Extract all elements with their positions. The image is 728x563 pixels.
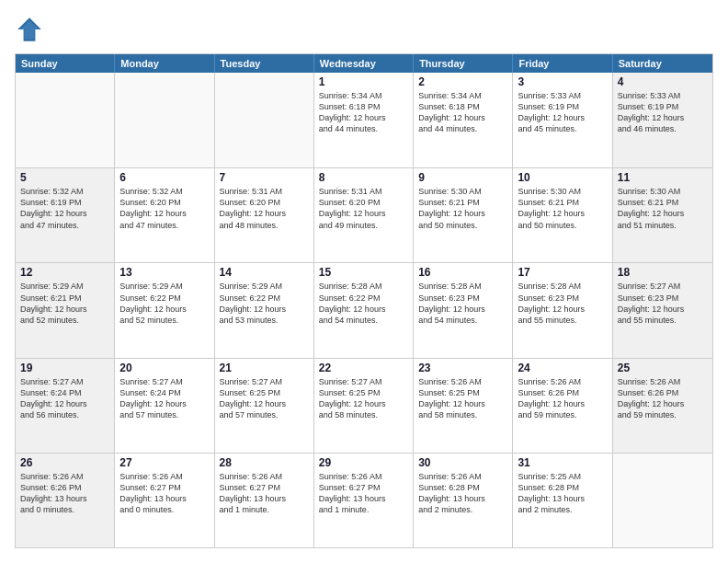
cell-info-line: Sunset: 6:18 PM (319, 101, 408, 112)
cell-info-line: Sunrise: 5:28 AM (418, 281, 507, 292)
cell-info-line: Sunset: 6:21 PM (20, 293, 109, 304)
day-cell: 9Sunrise: 5:30 AMSunset: 6:21 PMDaylight… (414, 168, 513, 262)
calendar-week: 12Sunrise: 5:29 AMSunset: 6:21 PMDayligh… (16, 262, 712, 357)
cell-info-line: Daylight: 13 hours (319, 493, 408, 504)
cell-info-line: and 50 minutes. (518, 220, 607, 231)
cell-info-line: Daylight: 12 hours (20, 304, 109, 315)
cell-info-line: and 2 minutes. (418, 504, 507, 515)
cell-info-line: Daylight: 12 hours (418, 208, 507, 219)
cell-info-line: Sunrise: 5:33 AM (518, 90, 607, 101)
cell-info-line: Sunset: 6:18 PM (418, 101, 507, 112)
empty-cell (16, 73, 115, 167)
weekday-header: Wednesday (314, 54, 414, 73)
cell-info-line: Daylight: 12 hours (319, 112, 408, 123)
weekday-header: Friday (513, 54, 612, 73)
cell-info-line: Sunrise: 5:29 AM (119, 281, 209, 292)
day-cell: 28Sunrise: 5:26 AMSunset: 6:27 PMDayligh… (215, 454, 314, 547)
cell-info-line: Sunset: 6:20 PM (319, 197, 408, 208)
cell-info-line: and 56 minutes. (20, 409, 109, 420)
cell-info-line: Sunrise: 5:27 AM (220, 376, 309, 387)
cell-info-line: Sunset: 6:28 PM (518, 482, 607, 493)
day-number: 1 (319, 75, 408, 88)
day-cell: 13Sunrise: 5:29 AMSunset: 6:22 PMDayligh… (115, 263, 214, 357)
cell-info-line: and 0 minutes. (20, 504, 109, 515)
cell-info-line: Daylight: 12 hours (618, 112, 708, 123)
day-cell: 19Sunrise: 5:27 AMSunset: 6:24 PMDayligh… (16, 359, 115, 453)
day-number: 22 (319, 362, 408, 374)
cell-info-line: Daylight: 12 hours (418, 398, 507, 409)
cell-info-line: Daylight: 12 hours (518, 398, 607, 409)
empty-cell (215, 73, 314, 167)
cell-info-line: Sunrise: 5:25 AM (518, 471, 607, 482)
day-number: 5 (20, 171, 109, 184)
cell-info-line: Sunrise: 5:29 AM (220, 281, 309, 292)
cell-info-line: and 51 minutes. (618, 220, 708, 231)
day-number: 8 (319, 171, 408, 184)
cell-info-line: Sunrise: 5:26 AM (518, 376, 607, 387)
cell-info-line: Daylight: 12 hours (119, 304, 209, 315)
cell-info-line: and 55 minutes. (518, 315, 607, 326)
cell-info-line: Sunrise: 5:27 AM (20, 376, 109, 387)
cell-info-line: and 58 minutes. (418, 409, 507, 420)
cell-info-line: Sunrise: 5:26 AM (319, 471, 408, 482)
day-number: 6 (119, 171, 209, 184)
day-number: 30 (418, 456, 507, 469)
cell-info-line: Daylight: 12 hours (418, 112, 507, 123)
page: SundayMondayTuesdayWednesdayThursdayFrid… (0, 0, 728, 563)
cell-info-line: Sunset: 6:27 PM (319, 482, 408, 493)
day-number: 13 (119, 266, 209, 279)
cell-info-line: Sunset: 6:28 PM (418, 482, 507, 493)
cell-info-line: and 50 minutes. (418, 220, 507, 231)
cell-info-line: Sunset: 6:21 PM (518, 197, 607, 208)
day-cell: 27Sunrise: 5:26 AMSunset: 6:27 PMDayligh… (115, 454, 214, 547)
cell-info-line: and 52 minutes. (20, 315, 109, 326)
cell-info-line: Sunset: 6:22 PM (119, 293, 209, 304)
cell-info-line: Sunset: 6:23 PM (618, 293, 708, 304)
day-number: 27 (119, 456, 209, 469)
calendar-week: 26Sunrise: 5:26 AMSunset: 6:26 PMDayligh… (16, 453, 712, 547)
day-number: 24 (518, 362, 607, 374)
cell-info-line: Sunset: 6:23 PM (418, 293, 507, 304)
day-cell: 26Sunrise: 5:26 AMSunset: 6:26 PMDayligh… (16, 454, 115, 547)
cell-info-line: Daylight: 13 hours (119, 493, 209, 504)
cell-info-line: and 59 minutes. (618, 409, 708, 420)
cell-info-line: Daylight: 12 hours (20, 208, 109, 219)
day-number: 20 (119, 362, 209, 374)
cell-info-line: Daylight: 13 hours (20, 493, 109, 504)
day-number: 11 (618, 171, 708, 184)
cell-info-line: Daylight: 12 hours (220, 304, 309, 315)
cell-info-line: Sunset: 6:27 PM (220, 482, 309, 493)
cell-info-line: and 46 minutes. (618, 123, 708, 134)
day-number: 26 (20, 456, 109, 469)
cell-info-line: Sunset: 6:22 PM (319, 293, 408, 304)
cell-info-line: and 45 minutes. (518, 123, 607, 134)
cell-info-line: and 57 minutes. (119, 409, 209, 420)
weekday-header: Saturday (613, 54, 712, 73)
header (15, 15, 713, 44)
day-cell: 23Sunrise: 5:26 AMSunset: 6:25 PMDayligh… (414, 359, 513, 453)
cell-info-line: and 54 minutes. (319, 315, 408, 326)
day-cell: 31Sunrise: 5:25 AMSunset: 6:28 PMDayligh… (513, 454, 612, 547)
cell-info-line: Sunset: 6:26 PM (20, 482, 109, 493)
cell-info-line: Sunset: 6:24 PM (20, 387, 109, 398)
cell-info-line: and 53 minutes. (220, 315, 309, 326)
day-cell: 21Sunrise: 5:27 AMSunset: 6:25 PMDayligh… (215, 359, 314, 453)
day-cell: 10Sunrise: 5:30 AMSunset: 6:21 PMDayligh… (513, 168, 612, 262)
cell-info-line: Sunrise: 5:34 AM (418, 90, 507, 101)
day-cell: 20Sunrise: 5:27 AMSunset: 6:24 PMDayligh… (115, 359, 214, 453)
day-cell: 7Sunrise: 5:31 AMSunset: 6:20 PMDaylight… (215, 168, 314, 262)
day-cell: 15Sunrise: 5:28 AMSunset: 6:22 PMDayligh… (314, 263, 414, 357)
day-number: 28 (220, 456, 309, 469)
day-cell: 22Sunrise: 5:27 AMSunset: 6:25 PMDayligh… (314, 359, 414, 453)
cell-info-line: and 52 minutes. (119, 315, 209, 326)
cell-info-line: Daylight: 12 hours (319, 398, 408, 409)
calendar-body: 1Sunrise: 5:34 AMSunset: 6:18 PMDaylight… (16, 73, 712, 547)
cell-info-line: Sunset: 6:26 PM (618, 387, 708, 398)
calendar-week: 1Sunrise: 5:34 AMSunset: 6:18 PMDaylight… (16, 73, 712, 167)
cell-info-line: Sunrise: 5:26 AM (418, 471, 507, 482)
day-number: 10 (518, 171, 607, 184)
day-number: 7 (220, 171, 309, 184)
day-cell: 2Sunrise: 5:34 AMSunset: 6:18 PMDaylight… (414, 73, 513, 167)
day-number: 19 (20, 362, 109, 374)
cell-info-line: and 44 minutes. (319, 123, 408, 134)
